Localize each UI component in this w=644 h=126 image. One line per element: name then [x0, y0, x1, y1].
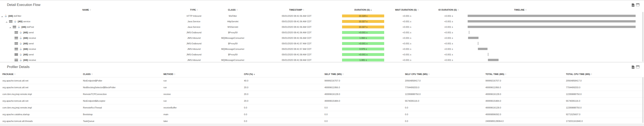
cell-cpu: 0.0: [242, 106, 322, 109]
cell-duration: 10.327 s: [342, 20, 384, 23]
column-header-type[interactable]: TYPE: [174, 8, 214, 11]
column-header-total-time-ms[interactable]: TOTAL TIME (MS): [483, 73, 564, 75]
cell-io-duration: <0.001 s: [430, 48, 468, 50]
sort-icon: [90, 9, 91, 11]
call-stack-icon[interactable]: [14, 42, 18, 45]
profiler-scrollbar[interactable]: [642, 77, 644, 123]
call-stack-icon[interactable]: [14, 59, 18, 61]
cell-class: RemoteRcvThread: [80, 106, 161, 109]
popout-window-icon[interactable]: [636, 3, 640, 6]
cell-timeline: [468, 52, 637, 57]
cell-io-duration: <0.001 s: [430, 53, 468, 56]
node-prefix: [AS]: [18, 20, 22, 23]
cell-method: receiveBuffer: [161, 106, 242, 109]
execution-flow-row[interactable]: [AS]serviceJava:ServiceHttpServlet05/01/…: [0, 18, 644, 24]
timeline-tick: [488, 53, 488, 56]
node-prefix: [AS]: [23, 53, 28, 56]
cell-class: Bootstrap: [80, 113, 161, 116]
popout-window-icon[interactable]: [636, 66, 640, 68]
cell-total-cpu-time: 12289888750.0: [564, 106, 644, 109]
call-stack-icon[interactable]: [14, 53, 18, 56]
cell-timestamp: 05/01/2020 08:41:56 AM CDT: [251, 20, 342, 23]
cell-duration: 1.081 s: [342, 59, 384, 61]
java-icon: [4, 14, 7, 17]
sort-icon: [92, 73, 93, 75]
node-name: receive: [29, 37, 36, 39]
export-csv-icon[interactable]: CSV: [632, 3, 634, 7]
cell-type: Java:Service: [174, 20, 214, 23]
execution-flow-row[interactable]: [AS]sendJMS:Outbound$Proxy5905/01/2020 0…: [0, 41, 644, 46]
cell-total-time: 49999896092.0: [483, 113, 564, 116]
node-prefix: [AS]: [23, 37, 28, 39]
column-header-label: DURATION (S): [354, 8, 370, 11]
column-header-total-cpu-time-ms[interactable]: TOTAL CPU TIME (MS): [564, 73, 644, 75]
cell-class: NioBlockingSelector$BlockPoller: [80, 86, 161, 89]
cell-total-time: 2499989128064.0: [483, 120, 564, 122]
cell-method: run: [161, 100, 242, 102]
page: { "icons": { "csv_label": "CSV" }, "colo…: [0, 0, 644, 126]
sort-icon: [505, 73, 506, 75]
column-header-cpu[interactable]: CPU (%): [242, 73, 322, 75]
detail-execution-flow-panel: Detail Execution Flow CSV NAMETYPECLASST…: [0, 1, 644, 62]
cell-duration: 0.976 s: [342, 48, 384, 50]
column-header-wait-duration-s[interactable]: WAIT DURATION (S): [384, 8, 430, 11]
call-stack-icon[interactable]: [14, 48, 18, 50]
sort-icon: [196, 9, 198, 11]
execution-flow-row[interactable]: [AS]receiveJMS:InboundMQMessageConsumer0…: [0, 57, 644, 62]
execution-flow-row[interactable]: [AS]receiveJMS:InboundMQMessageConsumer0…: [0, 35, 644, 41]
cell-self-time: 49999611956.0: [322, 86, 402, 89]
column-header-self-time-ms[interactable]: SELF TIME (MS): [322, 73, 402, 75]
call-stack-icon[interactable]: [14, 37, 18, 39]
sort-desc-icon: [254, 73, 255, 75]
column-header-package[interactable]: PACKAGE: [0, 73, 80, 75]
sort-icon: [342, 73, 344, 75]
sort-icon: [525, 9, 526, 11]
node-prefix: [AS]: [8, 15, 13, 17]
collapse-chevron-icon[interactable]: [6, 21, 8, 22]
call-stack-icon[interactable]: [14, 31, 18, 34]
column-header-timeline[interactable]: TIMELINE: [468, 8, 573, 11]
column-header-method[interactable]: METHOD: [161, 73, 242, 75]
cell-cpu: 40.0: [242, 79, 322, 82]
duration-badge: 1.060 s: [342, 37, 384, 39]
execution-flow-row[interactable]: [AS]doFilterHTTP:InboundWsFilter05/01/20…: [0, 13, 644, 18]
sort-icon: [174, 73, 175, 75]
tree-name-cell: [AS]receive: [0, 37, 174, 39]
execution-flow-row[interactable]: [AS]sendJMS:Outbound$Proxy5905/01/2020 0…: [0, 52, 644, 57]
cell-class: MQMessageConsumer: [214, 48, 251, 50]
cell-class: RemoteTCPConnection: [80, 93, 161, 95]
cell-type: JMS:Inbound: [174, 59, 214, 61]
call-stack-icon[interactable]: [13, 26, 16, 28]
cell-timeline: [468, 24, 637, 30]
column-header-self-cpu-time-ms[interactable]: SELF CPU TIME (MS): [402, 73, 483, 75]
node-name: service: [23, 20, 30, 23]
column-header-io-duration-s[interactable]: IO DURATION (S): [430, 8, 468, 11]
cell-total-cpu-time: 173201161840.0: [564, 120, 644, 122]
execution-flow-row[interactable]: [AS]receiveJMS:InboundMQMessageConsumer0…: [0, 46, 644, 52]
execution-flow-row[interactable]: [AS]sendJMS:Outbound$Proxy5905/01/2020 0…: [0, 30, 644, 35]
cell-wait-duration: <0.001 s: [384, 59, 430, 61]
cell-self-cpu-time: 0.0: [402, 113, 483, 116]
cell-timeline: [468, 18, 637, 24]
collapse-chevron-icon[interactable]: [1, 15, 3, 16]
profiler-row: org.apache.tomcat.util.netNioEndpoint$Ac…: [0, 98, 644, 104]
column-header-name[interactable]: NAME: [0, 8, 174, 11]
export-csv-icon[interactable]: CSV: [632, 66, 634, 69]
cell-duration: <0.001 s: [342, 42, 384, 45]
cell-package: org.apache.catalina.startup: [0, 113, 80, 116]
column-header-class[interactable]: CLASS: [214, 8, 251, 11]
cell-package: com.ibm.mq.jmqi.remote.impl: [0, 93, 80, 95]
column-header-duration-s[interactable]: DURATION (S): [342, 8, 384, 11]
duration-badge: <0.001 s: [342, 53, 384, 56]
timeline-bar: [468, 20, 636, 22]
collapse-chevron-icon[interactable]: [10, 26, 11, 27]
column-header-class[interactable]: CLASS: [80, 73, 161, 75]
execution-flow-row[interactable]: [AS]doPostJava:ServiceWSServlet05/01/202…: [0, 24, 644, 30]
execution-flow-scrollbar[interactable]: [642, 12, 644, 62]
column-header-timestamp[interactable]: TIMESTAMP: [251, 8, 342, 11]
cell-class: HttpServlet: [214, 20, 251, 23]
cell-timeline: [468, 30, 637, 35]
timeline-tick: [478, 42, 478, 45]
call-stack-icon[interactable]: [9, 20, 12, 23]
column-header-label: SELF TIME (MS): [324, 73, 342, 75]
